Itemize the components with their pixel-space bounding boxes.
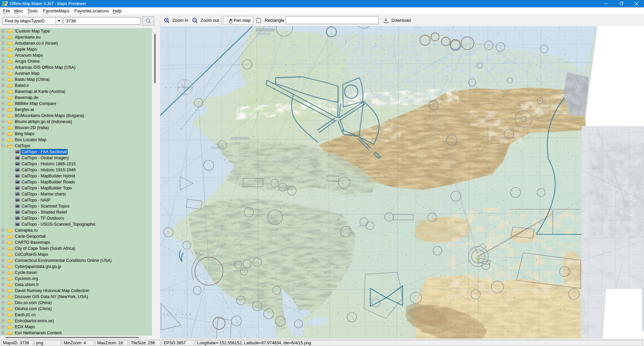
svg-text:S E A: S E A xyxy=(192,252,201,254)
svg-text:C H I S E A: C H I S E A xyxy=(165,86,190,89)
svg-text:U K C H I S E A: U K C H I S E A xyxy=(163,313,192,316)
